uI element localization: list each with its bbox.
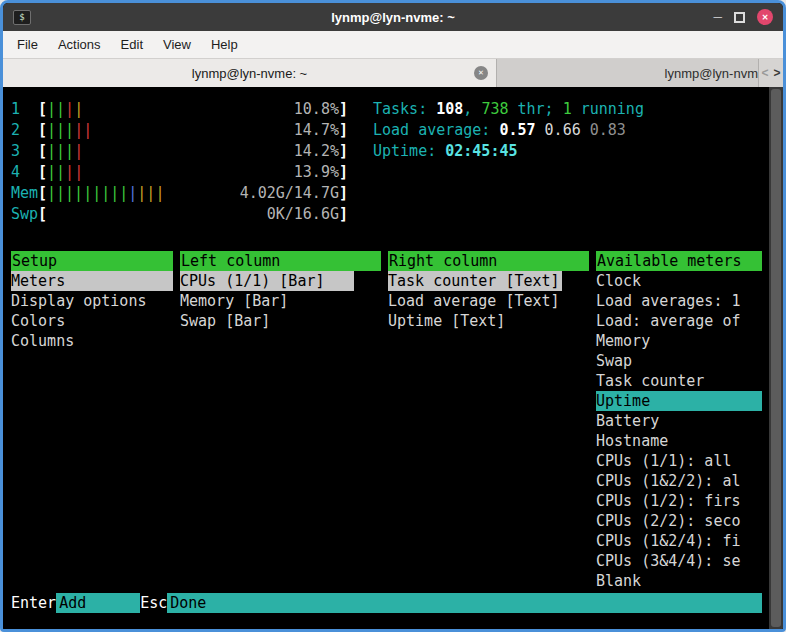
meter-close-bracket: ] [339,99,348,120]
meter-row: 4[||||13.9%] [11,162,348,183]
tab-close-icon[interactable]: ✕ [474,66,488,80]
menu-item-actions[interactable]: Actions [48,31,111,58]
meter-bar: | [74,100,83,118]
setup-column: Left columnCPUs (1/1) [Bar]Memory [Bar]S… [180,251,381,591]
scrollbar-thumb[interactable] [771,89,781,627]
meter-open-bracket: [ [38,99,47,120]
setup-item[interactable]: Uptime [Text] [388,311,589,331]
tab-inactive-title: lynmp@lyn-nvm [665,66,758,81]
meter-bar: | [83,121,92,139]
meter-bar: | [65,163,74,181]
fn-label[interactable]: Add [56,593,140,613]
meter-row: Mem[|||||||||||||4.02G/14.7G] [11,183,348,204]
meter-open-bracket: [ [38,141,47,162]
minimize-button[interactable]: ─ [713,3,722,31]
setup-column-header: Available meters [596,251,762,271]
meter-bar: ||| [137,184,164,202]
setup-item[interactable]: CPUs (1&2/2): al [596,471,762,491]
meter-bar: | [56,121,65,139]
tab-active[interactable]: lynmp@lyn-nvme: ~ ✕ [3,59,497,87]
meter-bar: | [65,142,74,160]
setup-item[interactable]: Battery [596,411,762,431]
setup-item[interactable]: Clock [596,271,762,291]
setup-item[interactable]: Memory [Bar] [180,291,381,311]
meter-bars: ||||||||||||| [47,183,240,204]
tab-active-title: lynmp@lyn-nvme: ~ [192,66,307,81]
meter-bar: | [65,121,74,139]
setup-item[interactable]: Task counter [Text] [388,271,562,291]
terminal-scrollbar[interactable] [769,87,783,629]
meter-close-bracket: ] [339,120,348,141]
meter-close-bracket: ] [339,141,348,162]
info-segment: , [463,100,481,118]
setup-item[interactable]: CPUs (1/1) [Bar] [180,271,354,291]
setup-column: SetupMetersDisplay optionsColorsColumns [11,251,173,591]
setup-columns: SetupMetersDisplay optionsColorsColumnsL… [11,251,783,591]
setup-item[interactable]: Uptime [596,391,762,411]
window-title: lynmp@lyn-nvme: ~ [3,10,783,25]
maximize-button[interactable] [734,12,745,23]
menu-item-help[interactable]: Help [201,31,248,58]
setup-item[interactable]: Swap [596,351,762,371]
close-button[interactable]: ✕ [757,9,773,25]
meter-bars [47,204,267,225]
setup-item[interactable]: CPUs (3&4/4): se [596,551,762,571]
info-segment: 0.83 [590,121,626,139]
setup-item[interactable]: CPUs (1/2): firs [596,491,762,511]
meter-label: 3 [11,141,38,162]
setup-item[interactable]: Meters [11,271,173,291]
fn-label[interactable]: Done [167,593,762,613]
setup-column-header: Right column [388,251,589,271]
meter-close-bracket: ] [339,183,348,204]
setup-item[interactable]: Hostname [596,431,762,451]
meter-open-bracket: [ [38,183,47,204]
meter-bars: |||| [47,162,294,183]
meter-bar: | [56,100,65,118]
setup-item[interactable]: Load average [Text] [388,291,589,311]
tab-scroll-right-icon[interactable]: > [771,59,783,87]
fn-key[interactable]: Esc [140,593,167,613]
meter-row: 3[||||14.2%] [11,141,348,162]
setup-item[interactable]: CPUs (1&2/4): fi [596,531,762,551]
terminal-app-icon: $ [13,10,31,25]
setup-item[interactable]: Swap [Bar] [180,311,381,331]
meter-bars: ||||| [47,120,294,141]
meter-open-bracket: [ [38,162,47,183]
setup-item[interactable]: Load: average of [596,311,762,331]
menu-item-view[interactable]: View [153,31,201,58]
setup-item[interactable]: Load averages: 1 [596,291,762,311]
menu-item-edit[interactable]: Edit [111,31,153,58]
setup-item[interactable]: Task counter [596,371,762,391]
info-segment: 02:45:45 [445,142,517,160]
meter-close-bracket: ] [339,204,348,225]
setup-column: Available metersClockLoad averages: 1Loa… [596,251,762,591]
setup-item[interactable]: CPUs (2/2): seco [596,511,762,531]
setup-item[interactable]: Memory [596,331,762,351]
fn-key[interactable]: Enter [11,593,56,613]
setup-column: Right columnTask counter [Text]Load aver… [388,251,589,591]
meter-bar: | [47,142,56,160]
menu-item-file[interactable]: File [7,31,48,58]
tab-inactive[interactable]: lynmp@lyn-nvm [497,59,759,87]
tab-scroll-left-icon[interactable]: < [759,59,771,87]
setup-item[interactable]: Blank [596,571,762,591]
setup-column-header: Setup [11,251,173,271]
meter-bar: | [74,142,83,160]
htop-header: 1[||||10.8%]2[|||||14.7%]3[||||14.2%]4[|… [11,99,783,225]
meter-bar: | [47,100,56,118]
meter-label: 1 [11,99,38,120]
terminal-screen[interactable]: 1[||||10.8%]2[|||||14.7%]3[||||14.2%]4[|… [3,87,783,629]
terminal-window: $ lynmp@lyn-nvme: ~ ─ ✕ FileActionsEditV… [0,0,786,632]
tab-bar: lynmp@lyn-nvme: ~ ✕ lynmp@lyn-nvm < > [3,59,783,87]
meter-bar: | [74,163,83,181]
setup-item[interactable]: Display options [11,291,173,311]
setup-item[interactable]: CPUs (1/1): all [596,451,762,471]
info-line: Uptime: 02:45:45 [373,141,644,162]
function-bar: EnterAddEscDone [11,593,762,613]
setup-item[interactable]: Colors [11,311,173,331]
title-bar[interactable]: $ lynmp@lyn-nvme: ~ ─ ✕ [3,3,783,31]
meter-value: 14.2% [294,141,339,162]
info-segment: Load average: [373,121,499,139]
setup-item[interactable]: Columns [11,331,173,351]
window-controls: ─ ✕ [713,3,773,31]
